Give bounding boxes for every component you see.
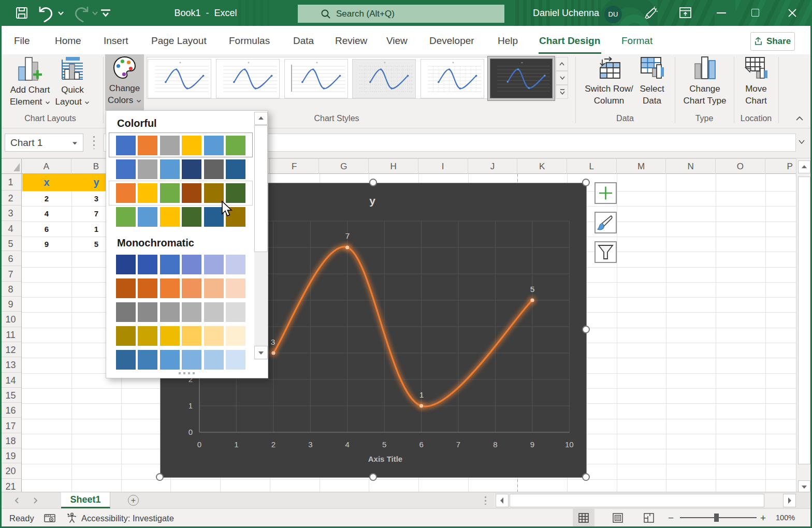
svg-text:7: 7: [345, 231, 350, 240]
svg-text:6: 6: [419, 440, 423, 449]
svg-text:1: 1: [189, 401, 193, 410]
svg-text:5: 5: [382, 440, 386, 449]
svg-text:4: 4: [345, 440, 350, 449]
svg-text:8: 8: [493, 440, 497, 449]
svg-text:7: 7: [456, 440, 460, 449]
svg-text:3: 3: [271, 338, 276, 346]
svg-text:0: 0: [189, 428, 193, 436]
svg-text:3: 3: [308, 440, 312, 449]
svg-text:5: 5: [530, 285, 535, 294]
svg-text:10: 10: [565, 440, 574, 449]
svg-text:2: 2: [271, 440, 276, 449]
svg-text:y: y: [369, 195, 375, 207]
svg-text:1: 1: [419, 390, 424, 399]
svg-text:Axis Title: Axis Title: [368, 454, 402, 463]
svg-text:9: 9: [530, 440, 534, 449]
svg-text:0: 0: [197, 440, 201, 449]
svg-text:1: 1: [234, 440, 238, 449]
